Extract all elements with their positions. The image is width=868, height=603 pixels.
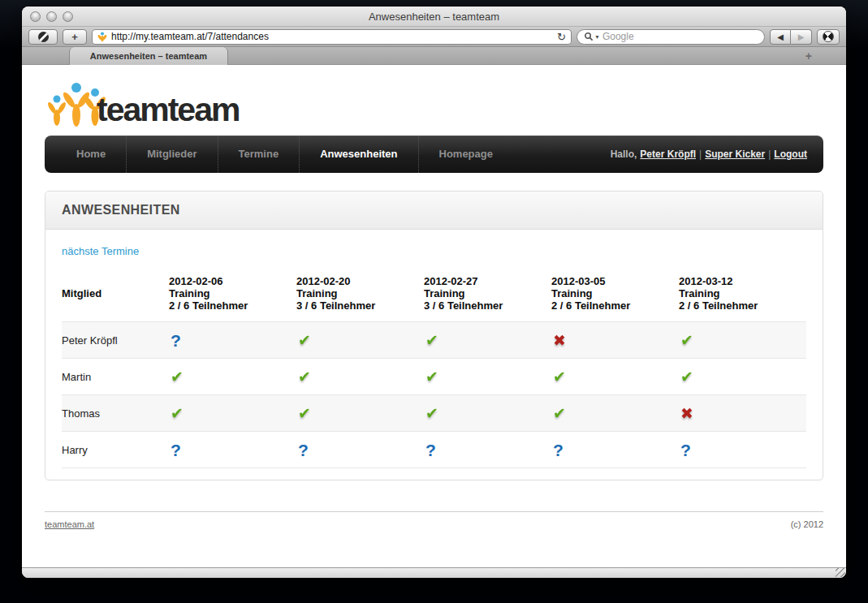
event-type: Training (296, 287, 424, 299)
greeting-text: Hallo, (611, 149, 637, 160)
event-participants: 2 / 6 Teilnehmer (169, 299, 296, 312)
check-icon[interactable]: ✔ (424, 406, 438, 421)
event-header-4: 2012-03-12Training2 / 6 Teilnehmer (679, 270, 806, 322)
status-cell: ✔ (296, 359, 424, 395)
check-icon[interactable]: ✔ (424, 333, 438, 348)
event-type: Training (551, 287, 679, 299)
minimize-button[interactable] (46, 11, 57, 22)
nav-items: HomeMitgliederTermineAnwesenheitenHomepa… (56, 136, 513, 173)
forward-button[interactable]: ▶ (791, 29, 812, 45)
logo[interactable]: teamteam (45, 80, 823, 127)
status-cell: ✔ (424, 395, 551, 432)
status-cell: ✔ (424, 359, 551, 395)
next-events-link[interactable]: nächste Termine (62, 245, 139, 257)
check-icon[interactable]: ✔ (296, 369, 311, 385)
main-nav: HomeMitgliederTermineAnwesenheitenHomepa… (45, 136, 823, 173)
table-row: Harry????? (62, 432, 806, 468)
resize-grip[interactable] (836, 568, 845, 577)
check-icon[interactable]: ✔ (551, 406, 566, 421)
question-icon[interactable]: ? (169, 441, 181, 459)
check-icon[interactable]: ✔ (296, 406, 311, 421)
user-link-super-kicker[interactable]: Super Kicker (705, 149, 765, 160)
event-type: Training (169, 287, 296, 299)
browser-toolbar: + http://my.teamteam.at/7/attendances ↻ … (22, 27, 846, 47)
event-participants: 3 / 6 Teilnehmer (296, 299, 424, 312)
nav-item-homepage[interactable]: Homepage (418, 136, 513, 173)
check-icon[interactable]: ✔ (551, 369, 566, 385)
nav-item-termine[interactable]: Termine (218, 136, 300, 173)
user-link-peter-kröpfl[interactable]: Peter Kröpfl (640, 149, 696, 160)
panel-body: nächste Termine Mitglied 2012-02-06Train… (45, 230, 823, 480)
check-icon[interactable]: ✔ (169, 406, 184, 421)
new-tab-button[interactable]: + (805, 49, 812, 63)
url-field[interactable]: http://my.teamteam.at/7/attendances ↻ (92, 29, 572, 45)
traffic-lights (30, 11, 73, 22)
question-icon[interactable]: ? (169, 332, 181, 349)
question-icon[interactable]: ? (296, 441, 309, 459)
nav-user: Hallo, Peter Kröpfl|Super Kicker|Logout (611, 136, 823, 173)
event-header-3: 2012-03-05Training2 / 6 Teilnehmer (551, 270, 679, 322)
status-cell: ✔ (169, 359, 296, 395)
status-cell: ✔ (169, 395, 296, 432)
logo-text: teamteam (97, 93, 239, 127)
table-header-row: Mitglied 2012-02-06Training2 / 6 Teilneh… (62, 270, 806, 322)
check-icon[interactable]: ✔ (679, 333, 693, 348)
status-cell: ? (679, 432, 806, 468)
check-icon[interactable]: ✔ (424, 369, 438, 385)
nav-item-anwesenheiten[interactable]: Anwesenheiten (299, 136, 417, 173)
table-row: Thomas✔✔✔✔✖ (62, 395, 806, 432)
nav-item-mitglieder[interactable]: Mitglieder (126, 136, 217, 173)
status-cell: ✔ (679, 359, 806, 395)
question-icon[interactable]: ? (679, 441, 691, 459)
reload-button[interactable]: ↻ (557, 32, 566, 42)
site-favicon-icon (97, 32, 107, 41)
check-icon[interactable]: ✔ (169, 369, 184, 385)
cross-icon[interactable]: ✖ (551, 333, 566, 348)
event-date: 2012-03-05 (551, 275, 679, 287)
event-header-0: 2012-02-06Training2 / 6 Teilnehmer (169, 270, 296, 322)
event-type: Training (679, 287, 806, 299)
nav-item-home[interactable]: Home (56, 136, 126, 173)
table-row: Peter Kröpfl?✔✔✖✔ (62, 322, 806, 359)
page-content: teamteam HomeMitgliederTermineAnwesenhei… (22, 65, 846, 567)
add-bookmark-button[interactable]: + (63, 29, 87, 45)
status-cell: ✔ (679, 322, 806, 359)
event-participants: 2 / 6 Teilnehmer (679, 299, 806, 312)
member-name: Peter Kröpfl (62, 322, 169, 359)
check-icon[interactable]: ✔ (296, 333, 311, 348)
title-bar: Anwesenheiten – teamteam (22, 6, 846, 27)
event-participants: 2 / 6 Teilnehmer (551, 299, 679, 312)
cross-icon[interactable]: ✖ (679, 406, 693, 421)
history-buttons: ◀ ▶ (770, 29, 812, 45)
bowtie-icon (38, 32, 49, 42)
pie-menu-button[interactable] (817, 29, 840, 45)
event-date: 2012-02-06 (169, 275, 296, 287)
search-field[interactable]: ▼ Google (577, 29, 765, 45)
back-button[interactable]: ◀ (770, 29, 791, 45)
question-icon[interactable]: ? (424, 441, 436, 459)
zoom-button[interactable] (63, 11, 73, 22)
table-body: Peter Kröpfl?✔✔✖✔Martin✔✔✔✔✔Thomas✔✔✔✔✖H… (62, 322, 806, 468)
table-row: Martin✔✔✔✔✔ (62, 359, 806, 395)
status-cell: ? (551, 432, 679, 468)
member-name: Harry (62, 432, 169, 468)
window-title: Anwesenheiten – teamteam (369, 11, 499, 23)
status-cell: ? (169, 322, 296, 359)
status-cell: ✔ (551, 395, 679, 432)
tab-anwesenheiten[interactable]: Anwesenheiten – teamteam (69, 47, 228, 65)
separator: | (768, 149, 771, 160)
user-link-logout[interactable]: Logout (774, 149, 807, 160)
question-icon[interactable]: ? (551, 441, 564, 459)
check-icon[interactable]: ✔ (679, 369, 693, 385)
status-cell: ? (169, 432, 296, 468)
close-button[interactable] (30, 11, 41, 22)
event-header-1: 2012-02-20Training3 / 6 Teilnehmer (296, 270, 424, 322)
member-name: Thomas (62, 395, 169, 432)
member-header: Mitglied (62, 270, 169, 322)
event-date: 2012-03-12 (679, 275, 806, 287)
search-engine-menu[interactable]: ▼ (584, 32, 600, 41)
event-date: 2012-02-27 (424, 275, 551, 287)
site-link[interactable]: teamteam.at (45, 519, 94, 529)
bowtie-button[interactable] (28, 29, 58, 45)
browser-window: Anwesenheiten – teamteam + http://my.tea… (22, 6, 846, 578)
